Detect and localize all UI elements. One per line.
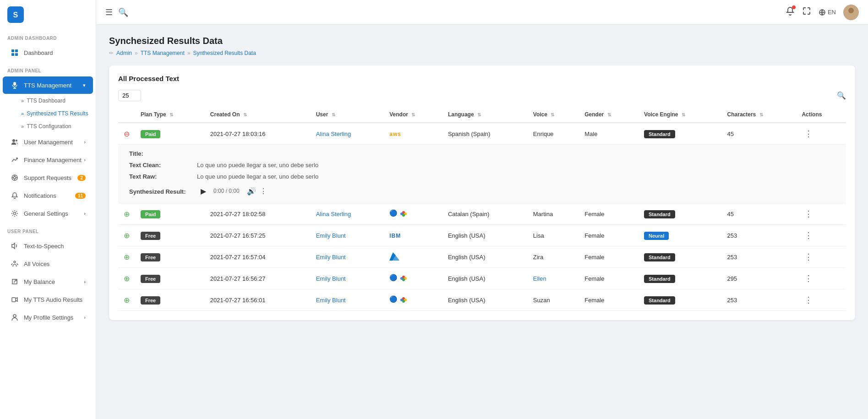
col-gender[interactable]: Gender ⇅ — [579, 107, 639, 123]
voice-link[interactable]: Ellen — [533, 275, 546, 282]
row-actions-button[interactable]: ⋮ — [802, 251, 815, 263]
synthesized-result-label: Synthesized Result: — [129, 188, 193, 195]
col-characters[interactable]: Characters ⇅ — [722, 107, 797, 123]
col-vendor[interactable]: Vendor ⇅ — [384, 107, 442, 123]
vendor-azure-icon — [389, 255, 399, 262]
col-voice[interactable]: Voice ⇅ — [528, 107, 579, 123]
search-button[interactable]: 🔍 — [118, 7, 128, 17]
created-on-cell: 2021-07-27 16:56:27 — [205, 268, 311, 289]
actions-cell: ⋮ — [796, 203, 846, 225]
sidebar-item-all-voices[interactable]: All Voices — [3, 255, 93, 272]
notification-bell-button[interactable] — [786, 6, 795, 18]
user-link[interactable]: Emily Blunt — [316, 254, 346, 261]
user-link[interactable]: Emily Blunt — [316, 297, 346, 304]
audio-play-button[interactable]: ▶ — [197, 185, 210, 197]
row-actions-button[interactable]: ⋮ — [802, 208, 815, 220]
plan-type-cell: Free — [135, 225, 205, 246]
audio-icon — [10, 295, 19, 304]
text-raw-value: Lo que uno puede llegar a ser, uno debe … — [197, 173, 318, 180]
expand-toggle[interactable]: ⊕ — [124, 275, 130, 283]
expand-toggle[interactable]: ⊕ — [124, 210, 130, 218]
sidebar-item-finance-management[interactable]: Finance Management › — [3, 151, 93, 169]
row-toggle-cell[interactable]: ⊕ — [118, 289, 135, 311]
table-row: ⊕ Free 2021-07-27 16:57:25 Emily Blunt I… — [118, 225, 846, 246]
sidebar-item-label: Text-to-Speech — [24, 243, 64, 250]
profile-icon — [10, 313, 19, 322]
sidebar-item-label: Dashboard — [24, 49, 53, 56]
language-cell: Catalan (Spain) — [442, 203, 528, 225]
expand-toggle[interactable]: ⊖ — [124, 130, 130, 138]
sidebar-sub-item-tts-dashboard[interactable]: TTS Dashboard — [0, 94, 96, 107]
user-cell: Emily Blunt — [311, 289, 384, 311]
sidebar-item-text-to-speech[interactable]: Text-to-Speech — [3, 237, 93, 255]
sidebar-item-label: Notifications — [24, 192, 56, 199]
table-search-button[interactable]: 🔍 — [837, 91, 846, 100]
user-avatar[interactable] — [843, 5, 859, 20]
sidebar-sub-item-synthesized-results[interactable]: Synthesized TTS Results — [0, 107, 96, 120]
sidebar-item-notifications[interactable]: Notifications 11 — [3, 187, 93, 204]
sidebar-sub-item-tts-config[interactable]: TTS Configuration — [0, 120, 96, 133]
user-link[interactable]: Alina Sterling — [316, 131, 351, 137]
sidebar-item-support-requests[interactable]: Support Requests 2 — [3, 169, 93, 186]
row-toggle-cell[interactable]: ⊕ — [118, 268, 135, 289]
fullscreen-button[interactable] — [802, 6, 811, 18]
language-selector[interactable]: EN — [819, 9, 836, 16]
created-on-cell: 2021-07-27 18:02:58 — [205, 203, 311, 225]
chevron-right-icon: › — [84, 157, 86, 163]
user-link[interactable]: Emily Blunt — [316, 232, 346, 239]
col-actions: Actions — [796, 107, 846, 123]
sidebar-item-tts-management[interactable]: TTS Management ▾ — [3, 76, 93, 94]
audio-more-button[interactable]: ⋮ — [260, 187, 267, 196]
col-voice-engine[interactable]: Voice Engine ⇅ — [639, 107, 722, 123]
breadcrumb-tts-management[interactable]: TTS Management — [141, 50, 185, 56]
user-link[interactable]: Alina Sterling — [316, 211, 351, 218]
row-actions-button[interactable]: ⋮ — [802, 128, 815, 140]
voice-engine-cell: Standard — [639, 289, 722, 311]
col-user[interactable]: User ⇅ — [311, 107, 384, 123]
expand-toggle[interactable]: ⊕ — [124, 232, 130, 239]
sidebar-item-user-management[interactable]: User Management › — [3, 133, 93, 151]
audio-player: ▶ 0:00 / 0:00 🔊 ⋮ — [197, 185, 267, 197]
row-toggle-cell[interactable]: ⊕ — [118, 246, 135, 268]
gender-cell: Female — [579, 289, 639, 311]
col-plan-type[interactable]: Plan Type ⇅ — [135, 107, 205, 123]
expand-toggle[interactable]: ⊕ — [124, 253, 130, 261]
svg-point-41 — [402, 300, 405, 303]
sidebar-item-label: All Voices — [24, 261, 49, 267]
vendor-ibm-icon: IBM — [389, 233, 401, 239]
chevron-right-icon: › — [84, 139, 86, 145]
breadcrumb-synthesized-results[interactable]: Synthesized Results Data — [193, 50, 256, 56]
breadcrumb-admin[interactable]: Admin — [116, 50, 132, 56]
svg-point-24 — [848, 8, 854, 13]
top-navigation: ☰ 🔍 EN — [96, 0, 868, 25]
row-toggle-cell[interactable]: ⊕ — [118, 203, 135, 225]
gender-cell: Female — [579, 225, 639, 246]
voice-value: Martina — [533, 211, 553, 218]
actions-cell: ⋮ — [796, 246, 846, 268]
row-toggle-cell[interactable]: ⊖ — [118, 123, 135, 145]
sidebar-item-dashboard[interactable]: Dashboard — [3, 44, 93, 61]
row-toggle-cell[interactable]: ⊕ — [118, 225, 135, 246]
row-actions-button[interactable]: ⋮ — [802, 272, 815, 284]
row-actions-button[interactable]: ⋮ — [802, 294, 815, 306]
col-toggle — [118, 107, 135, 123]
audio-volume-icon[interactable]: 🔊 — [247, 187, 256, 196]
engine-badge-standard: Standard — [644, 130, 675, 138]
language-cell: English (USA) — [442, 246, 528, 268]
expand-toggle[interactable]: ⊕ — [124, 296, 130, 304]
sidebar-item-my-balance[interactable]: My Balance › — [3, 273, 93, 290]
sidebar-item-my-tts-audio[interactable]: My TTS Audio Results — [3, 291, 93, 308]
page-content: Synchesized Results Data ✏ Admin » TTS M… — [96, 25, 868, 419]
engine-badge-neural: Neural — [644, 232, 669, 240]
col-language[interactable]: Language ⇅ — [442, 107, 528, 123]
sidebar-item-general-settings[interactable]: General Settings › — [3, 205, 93, 222]
col-created-on[interactable]: Created On ⇅ — [205, 107, 311, 123]
hamburger-button[interactable]: ☰ — [105, 7, 113, 17]
expanded-row: Title: Text Clean: Lo que uno puede lleg… — [118, 145, 846, 203]
per-page-input[interactable] — [118, 90, 141, 101]
sidebar-item-my-profile[interactable]: My Profile Settings › — [3, 309, 93, 326]
main-area: ☰ 🔍 EN Synchesized Results Data ✏ Admin — [96, 0, 868, 419]
user-link[interactable]: Emily Blunt — [316, 275, 346, 282]
vendor-aws-icon: aws — [389, 131, 401, 137]
row-actions-button[interactable]: ⋮ — [802, 229, 815, 241]
